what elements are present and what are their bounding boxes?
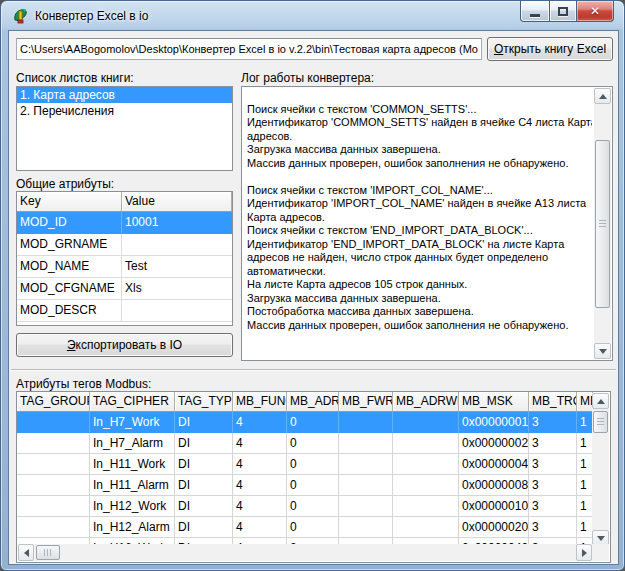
kv-header-value[interactable]: Value xyxy=(122,192,232,212)
log-scrollbar[interactable] xyxy=(594,88,611,359)
kv-row-mod-id[interactable]: MOD_ID 10001 xyxy=(17,212,232,234)
kv-key: MOD_ID xyxy=(17,212,122,234)
cell: 0 xyxy=(287,496,339,517)
modbus-vertical-scrollbar[interactable] xyxy=(592,393,609,546)
cell: 0 xyxy=(287,475,339,496)
maximize-icon xyxy=(558,7,568,16)
common-attributes-label: Общие атрибуты: xyxy=(16,177,114,191)
scroll-left-button[interactable] xyxy=(18,544,34,561)
table-row[interactable]: In_H11_Alarm DI 4 0 0x00000008 3 1 xyxy=(17,475,593,496)
table-row[interactable]: In_H12_Alarm DI 4 0 0x00000020 3 1 xyxy=(17,517,593,538)
col-header-mb-adrwr[interactable]: MB_ADRWR xyxy=(393,392,459,412)
cell: 3 xyxy=(529,433,577,454)
cell xyxy=(339,412,393,433)
excel-path-input[interactable] xyxy=(16,38,482,60)
cell: 1 xyxy=(577,496,593,517)
scroll-down-icon xyxy=(597,536,605,541)
cell xyxy=(393,433,459,454)
cell: 3 xyxy=(529,412,577,433)
table-row[interactable]: In_H7_Alarm DI 4 0 0x00000002 3 1 xyxy=(17,433,593,454)
cell: In_H7_Work xyxy=(90,412,175,433)
title-bar[interactable]: Конвертер Excel в io ✕ xyxy=(1,1,624,31)
kv-row-mod-descr[interactable]: MOD_DESCR xyxy=(17,300,232,322)
scroll-up-button[interactable] xyxy=(594,88,611,104)
cell: In_H12_Alarm xyxy=(90,517,175,538)
cell: In_H12_Work xyxy=(90,496,175,517)
kv-header-key[interactable]: Key xyxy=(17,192,122,212)
table-row[interactable]: In_H12_Work DI 4 0 0x00000010 3 1 xyxy=(17,496,593,517)
minimize-button[interactable] xyxy=(520,1,550,22)
cell: DI xyxy=(175,517,233,538)
app-icon xyxy=(13,8,29,24)
cell: DI xyxy=(175,433,233,454)
cell: 0x00000008 xyxy=(459,475,529,496)
modbus-hscrollbar-thumb[interactable] xyxy=(36,545,60,560)
cell: DI xyxy=(175,496,233,517)
cell xyxy=(17,496,90,517)
maximize-button[interactable] xyxy=(549,1,577,22)
kv-value xyxy=(122,234,232,256)
col-header-mb-fwr[interactable]: MB_FWR xyxy=(339,392,393,412)
col-header-clipped[interactable]: ME xyxy=(577,392,593,412)
minimize-icon xyxy=(530,14,540,17)
cell: 1 xyxy=(577,433,593,454)
cell xyxy=(393,412,459,433)
cell xyxy=(339,433,393,454)
col-header-mb-msk[interactable]: MB_MSK xyxy=(459,392,529,412)
kv-value xyxy=(122,300,232,322)
kv-value: 10001 xyxy=(122,212,232,234)
col-header-tag-type[interactable]: TAG_TYPE xyxy=(175,392,233,412)
table-row[interactable]: In_H7_Work DI 4 0 0x00000001 3 1 xyxy=(17,412,593,433)
kv-value: Test xyxy=(122,256,232,278)
cell: 0x00000010 xyxy=(459,496,529,517)
cell xyxy=(393,454,459,475)
col-header-mb-adr[interactable]: MB_ADR xyxy=(287,392,339,412)
modbus-table-header: TAG_GROUP TAG_CIPHER TAG_TYPE MB_FUNC MB… xyxy=(17,392,593,412)
col-header-mb-trg[interactable]: MB_TRG xyxy=(529,392,577,412)
modbus-horizontal-scrollbar[interactable] xyxy=(18,544,592,561)
sheet-item-karta-adresov[interactable]: 1. Карта адресов xyxy=(17,87,232,103)
export-io-label: кспортировать в IO xyxy=(76,338,183,352)
kv-row-mod-grname[interactable]: MOD_GRNAME xyxy=(17,234,232,256)
cell xyxy=(393,496,459,517)
log-scrollbar-thumb[interactable] xyxy=(595,140,610,308)
screen: Конвертер Excel в io ✕ Открыть книгу Exc… xyxy=(0,0,625,571)
kv-row-mod-cfgname[interactable]: MOD_CFGNAME Xls xyxy=(17,278,232,300)
cell xyxy=(339,517,393,538)
cell: In_H7_Alarm xyxy=(90,433,175,454)
window-controls: ✕ xyxy=(520,1,614,22)
scroll-up-button[interactable] xyxy=(592,393,609,409)
scroll-down-button[interactable] xyxy=(594,343,611,359)
close-button[interactable]: ✕ xyxy=(576,1,614,22)
cell xyxy=(393,475,459,496)
modbus-vscrollbar-thumb[interactable] xyxy=(593,411,608,433)
export-io-button[interactable]: Экспортировать в IO xyxy=(16,333,233,357)
table-row[interactable]: In_H11_Work DI 4 0 0x00000004 3 1 xyxy=(17,454,593,475)
cell: 1 xyxy=(577,454,593,475)
scroll-up-icon xyxy=(599,94,607,99)
cell xyxy=(339,496,393,517)
sheet-item-perechisleniya[interactable]: 2. Перечисления xyxy=(17,103,232,119)
cell: 0x00000001 xyxy=(459,412,529,433)
cell: 0x00000002 xyxy=(459,433,529,454)
cell: DI xyxy=(175,454,233,475)
cell: 0 xyxy=(287,517,339,538)
col-header-tag-cipher[interactable]: TAG_CIPHER xyxy=(90,392,175,412)
cell: 1 xyxy=(577,412,593,433)
scroll-down-icon xyxy=(599,349,607,354)
kv-key: MOD_CFGNAME xyxy=(17,278,122,300)
open-excel-accel: О xyxy=(494,42,503,56)
kv-key: MOD_DESCR xyxy=(17,300,122,322)
cell xyxy=(17,412,90,433)
col-header-tag-group[interactable]: TAG_GROUP xyxy=(17,392,90,412)
modbus-table-label: Атрибуты тегов Modbus: xyxy=(16,377,151,391)
cell: 3 xyxy=(529,475,577,496)
open-excel-button[interactable]: Открыть книгу Excel xyxy=(487,37,613,61)
kv-row-mod-name[interactable]: MOD_NAME Test xyxy=(17,256,232,278)
scroll-right-button[interactable] xyxy=(576,544,592,561)
sheets-list-label: Список листов книги: xyxy=(16,71,134,85)
cell: 4 xyxy=(233,454,287,475)
cell xyxy=(339,475,393,496)
cell: 1 xyxy=(577,475,593,496)
col-header-mb-func[interactable]: MB_FUNC xyxy=(233,392,287,412)
